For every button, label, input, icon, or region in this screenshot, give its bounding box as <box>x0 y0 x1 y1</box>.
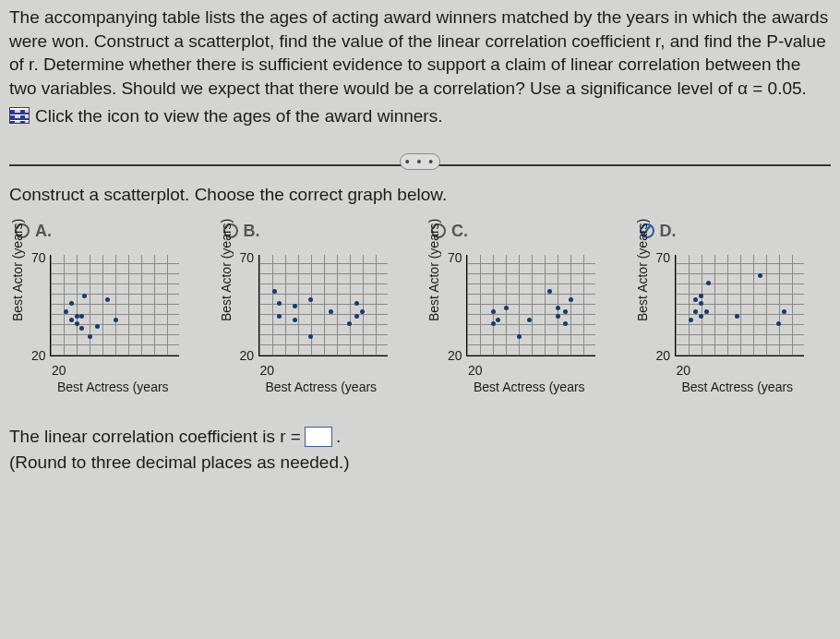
data-point <box>504 306 509 310</box>
data-point <box>347 321 352 326</box>
answer-suffix: . <box>336 425 341 449</box>
ytick-max: 70 <box>448 249 462 267</box>
option-a[interactable]: A. 70 20 Best Actor (years) 20 Best Actr… <box>15 220 207 404</box>
ylabel: Best Actor (years) <box>9 219 27 321</box>
data-point <box>706 281 711 285</box>
icon-link-text[interactable]: Click the icon to view the ages of the a… <box>35 104 442 128</box>
expand-ellipsis[interactable]: • • • <box>400 153 440 170</box>
data-point <box>782 309 786 314</box>
data-point <box>308 334 313 339</box>
options-row: A. 70 20 Best Actor (years) 20 Best Actr… <box>9 220 831 404</box>
chart-b: 70 20 Best Actor (years) 20 Best Actress… <box>223 247 408 404</box>
answer-prefix: The linear correlation coefficient is r … <box>9 425 301 449</box>
xtick-min: 20 <box>468 362 483 380</box>
data-point <box>69 301 74 306</box>
data-point <box>699 294 703 298</box>
data-point <box>308 297 313 302</box>
data-point <box>776 321 781 326</box>
data-point <box>491 309 496 314</box>
data-point <box>354 301 359 306</box>
data-point <box>272 289 277 294</box>
ytick-min: 20 <box>240 347 255 365</box>
data-point <box>689 318 693 322</box>
xtick-min: 20 <box>52 362 66 380</box>
data-point <box>556 306 560 310</box>
data-point <box>491 321 496 326</box>
data-point <box>354 314 359 319</box>
xlabel: Best Actress (years <box>682 379 794 396</box>
data-point <box>758 273 762 278</box>
data-point <box>88 334 92 339</box>
data-point <box>704 309 709 314</box>
chart-c: 70 20 Best Actor (years) 20 Best Actress… <box>431 247 616 404</box>
data-point <box>693 297 698 302</box>
data-point <box>277 301 282 306</box>
data-point <box>699 301 703 306</box>
data-point <box>82 294 87 298</box>
data-point <box>329 309 333 314</box>
option-c[interactable]: C. 70 20 Best Actor (years) 20 Best Actr… <box>431 220 623 404</box>
r-input[interactable] <box>305 427 332 447</box>
data-point <box>75 314 79 319</box>
data-point <box>735 314 739 319</box>
data-point <box>563 309 568 314</box>
xlabel: Best Actress (years <box>266 379 378 396</box>
ylabel: Best Actor (years) <box>218 219 235 321</box>
data-point <box>563 321 568 326</box>
data-point <box>277 314 282 319</box>
option-d[interactable]: D. 70 20 Best Actor (years) 20 Best Actr… <box>640 220 832 404</box>
data-point <box>293 304 297 308</box>
data-point <box>293 318 297 322</box>
data-point <box>699 314 703 319</box>
ytick-min: 20 <box>31 347 46 365</box>
data-point <box>69 318 74 322</box>
xlabel: Best Actress (years <box>474 379 585 396</box>
ytick-min: 20 <box>656 347 671 365</box>
data-point <box>105 297 110 302</box>
option-d-label: D. <box>660 220 677 242</box>
chart-d: 70 20 Best Actor (years) 20 Best Actress… <box>640 247 824 404</box>
data-point <box>95 324 100 329</box>
ytick-max: 70 <box>656 249 671 267</box>
data-point <box>693 309 698 314</box>
data-point <box>75 321 79 326</box>
option-b[interactable]: B. 70 20 Best Actor (years) 20 Best Actr… <box>223 220 415 404</box>
data-point <box>496 318 500 322</box>
data-point <box>569 297 573 302</box>
ylabel: Best Actor (years) <box>634 219 652 321</box>
option-a-label: A. <box>35 220 52 242</box>
data-point <box>64 309 68 314</box>
data-point <box>360 309 365 314</box>
data-point <box>114 318 118 322</box>
option-c-label: C. <box>451 220 468 242</box>
ytick-min: 20 <box>448 347 462 365</box>
chart-a: 70 20 Best Actor (years) 20 Best Actress… <box>15 247 199 404</box>
data-point <box>79 326 84 331</box>
rounding-hint: (Round to three decimal places as needed… <box>9 451 831 475</box>
scatterplot-prompt: Construct a scatterplot. Choose the corr… <box>9 183 831 207</box>
data-point <box>556 314 560 319</box>
ylabel: Best Actor (years) <box>426 219 443 321</box>
xlabel: Best Actress (years <box>57 379 169 396</box>
xtick-min: 20 <box>677 362 691 380</box>
data-point <box>79 314 84 319</box>
data-point <box>517 334 522 339</box>
table-icon[interactable] <box>9 107 30 124</box>
ytick-max: 70 <box>240 249 255 267</box>
data-point <box>547 289 552 294</box>
data-point <box>527 318 532 322</box>
ytick-max: 70 <box>31 249 46 267</box>
xtick-min: 20 <box>260 362 275 380</box>
problem-statement: The accompanying table lists the ages of… <box>9 6 831 101</box>
option-b-label: B. <box>244 220 260 242</box>
